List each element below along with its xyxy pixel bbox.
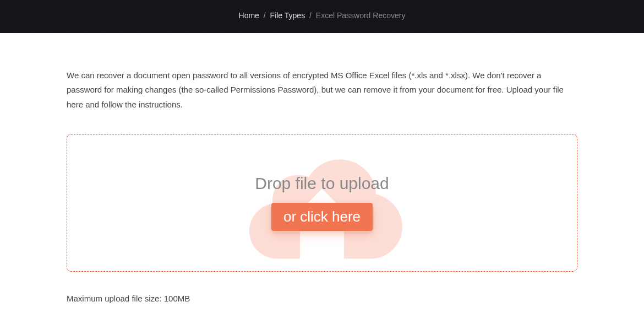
file-upload-dropzone[interactable]: Drop file to upload or click here [67, 134, 577, 272]
breadcrumb-separator: / [264, 11, 266, 20]
header-banner: Home / File Types / Excel Password Recov… [0, 0, 644, 33]
breadcrumb-current: Excel Password Recovery [316, 11, 406, 20]
max-upload-size: Maximum upload file size: 100MB [67, 294, 577, 303]
drop-file-label: Drop file to upload [255, 174, 389, 193]
breadcrumb-home[interactable]: Home [239, 11, 259, 20]
breadcrumb-file-types[interactable]: File Types [270, 11, 305, 20]
intro-paragraph: We can recover a document open password … [67, 68, 577, 112]
breadcrumb: Home / File Types / Excel Password Recov… [239, 11, 406, 20]
breadcrumb-separator: / [309, 11, 312, 20]
click-here-button[interactable]: or click here [271, 203, 373, 231]
